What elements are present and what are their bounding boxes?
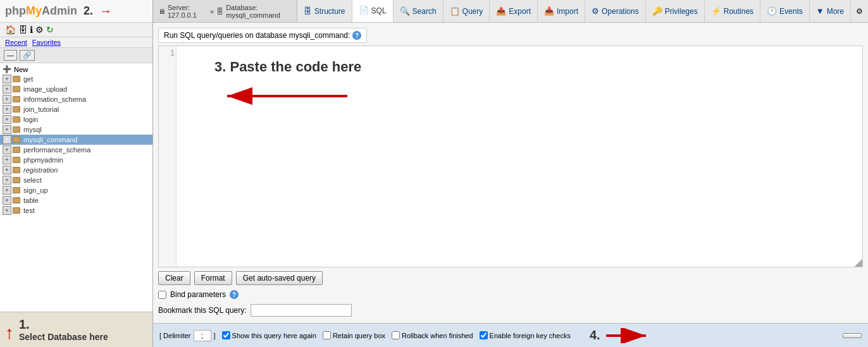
tab-more[interactable]: ▼More (810, 0, 851, 22)
step-2-label: 2. (84, 4, 93, 18)
sidebar-quick-links: Recent Favorites (0, 37, 152, 48)
db-icon-small: 🗄 (216, 8, 223, 15)
tab-label-import: Import (557, 7, 578, 16)
annotation-1: ↑ 1. Select Database here (0, 312, 152, 347)
tab-routines[interactable]: ⚡Routines (705, 0, 760, 22)
show-query-checkbox[interactable] (222, 331, 230, 339)
tab-import[interactable]: 📥Import (538, 0, 585, 22)
foreign-key-checkbox[interactable] (480, 331, 488, 339)
tab-icon-query: 📋 (450, 6, 460, 16)
tree-item-mysqli-command[interactable]: + mysqli_command (0, 135, 152, 145)
tree-item-image-upload[interactable]: + image_upload (0, 84, 152, 94)
expand-icon[interactable]: + (3, 105, 11, 114)
tree-item-join-tutorial[interactable]: + join_tutorial (0, 104, 152, 114)
tab-icon-import: 📥 (544, 6, 554, 16)
tab-structure[interactable]: 🗄Structure (297, 0, 352, 22)
tab-privileges[interactable]: 🔑Privileges (646, 0, 705, 22)
sidebar-icons-row: 🏠 🗄 ℹ ⚙ ↻ (0, 23, 152, 37)
tree-item-registration[interactable]: + registration (0, 165, 152, 175)
sql-textarea[interactable] (179, 49, 860, 264)
favorites-link[interactable]: Favorites (32, 39, 61, 46)
db-folder-icon (13, 176, 22, 184)
settings-icon[interactable]: ⚙ (35, 25, 44, 35)
db-folder-icon (13, 126, 22, 133)
tab-label-privileges: Privileges (665, 7, 698, 16)
tab-label-structure: Structure (314, 7, 345, 16)
sidebar: phpMyAdmin 2. → 🏠 🗄 ℹ ⚙ ↻ Recent Favorit… (0, 0, 153, 347)
logo-php: php (5, 4, 26, 17)
tree-item-select[interactable]: + select (0, 175, 152, 185)
foreign-key-label: Enable foreign key checks (490, 332, 571, 339)
tab-icon-structure: 🗄 (304, 6, 312, 16)
bind-params-help-icon[interactable]: ? (230, 290, 239, 299)
db-icon[interactable]: 🗄 (18, 25, 27, 35)
tree-item-phpmyadmin[interactable]: + phpmyadmin (0, 155, 152, 165)
tab-icon-sql: 📄 (359, 6, 369, 15)
info-icon[interactable]: ℹ (30, 25, 33, 35)
bookmark-input[interactable] (251, 304, 352, 317)
delimiter-input[interactable] (194, 330, 211, 341)
expand-icon[interactable]: + (3, 135, 11, 144)
expand-icon[interactable]: + (3, 95, 11, 104)
expand-icon[interactable]: + (3, 196, 11, 205)
tree-item-test[interactable]: + test (0, 205, 152, 216)
tree-label: mysql (23, 126, 42, 133)
go-button[interactable] (843, 333, 862, 338)
expand-icon[interactable]: + (3, 115, 11, 124)
expand-icon[interactable]: + (3, 125, 11, 134)
db-folder-icon (13, 85, 22, 93)
step-2-arrow: → (99, 4, 112, 18)
home-icon[interactable]: 🏠 (5, 25, 16, 35)
clear-button[interactable]: Clear (158, 271, 190, 285)
tree-item-performance-schema[interactable]: + performance_schema (0, 145, 152, 155)
tab-query[interactable]: 📋Query (443, 0, 490, 22)
expand-icon[interactable]: + (3, 155, 11, 164)
tree-label: New (14, 66, 28, 73)
retain-query-checkbox[interactable] (323, 331, 331, 339)
bind-params-checkbox[interactable] (158, 291, 166, 299)
tree-item-mysql[interactable]: + mysql (0, 125, 152, 135)
format-button[interactable]: Format (194, 271, 232, 285)
tab-label-events: Events (779, 7, 803, 16)
expand-icon[interactable]: + (3, 85, 11, 94)
link-icon[interactable]: 🔗 (20, 50, 35, 61)
server-label: Server: 127.0.0.1 (168, 4, 208, 19)
delimiter-open-label: [ Delimiter (159, 332, 191, 339)
tab-icon-search: 🔍 (400, 6, 410, 16)
tree-item-table[interactable]: + table (0, 195, 152, 205)
tree-item-information-schema[interactable]: + information_schema (0, 94, 152, 104)
gear-icon: ⚙ (856, 7, 863, 16)
recent-link[interactable]: Recent (5, 39, 27, 46)
expand-icon[interactable]: + (3, 206, 11, 215)
expand-icon[interactable]: + (3, 145, 11, 154)
expand-icon[interactable]: + (3, 186, 11, 195)
db-folder-icon (13, 146, 22, 154)
tab-export[interactable]: 📤Export (490, 0, 538, 22)
expand-icon[interactable]: + (3, 166, 11, 174)
update-icon[interactable]: ↻ (46, 25, 54, 35)
tab-events[interactable]: 🕐Events (760, 0, 810, 22)
rollback-group: Rollback when finished (392, 331, 473, 339)
database-tree: ➕New + get + image_upload + information_… (0, 63, 152, 312)
expand-icon[interactable]: + (3, 75, 11, 83)
tree-item-New[interactable]: ➕New (0, 64, 152, 74)
tab-sql[interactable]: 📄SQL (352, 0, 394, 22)
settings-gear[interactable]: ⚙ (851, 0, 868, 22)
editor-resize-handle[interactable] (855, 259, 862, 267)
minimize-icon[interactable]: — (4, 50, 17, 61)
rollback-checkbox[interactable] (392, 331, 400, 339)
tab-operations[interactable]: ⚙Operations (585, 0, 646, 22)
db-folder-icon (13, 166, 22, 174)
auto-saved-button[interactable]: Get auto-saved query (236, 271, 323, 285)
tree-item-login[interactable]: + login (0, 114, 152, 125)
annotation-4: 4. (590, 328, 654, 343)
delimiter-close-label: ] (214, 332, 216, 339)
help-icon[interactable]: ? (352, 31, 361, 40)
db-folder-icon (13, 197, 22, 204)
tab-search[interactable]: 🔍Search (394, 0, 443, 22)
tree-item-sign-up[interactable]: + sign_up (0, 185, 152, 195)
expand-icon[interactable]: + (3, 176, 11, 185)
tree-label: sign_up (23, 186, 48, 194)
foreign-key-group: Enable foreign key checks (480, 331, 571, 339)
tree-item-get[interactable]: + get (0, 74, 152, 84)
